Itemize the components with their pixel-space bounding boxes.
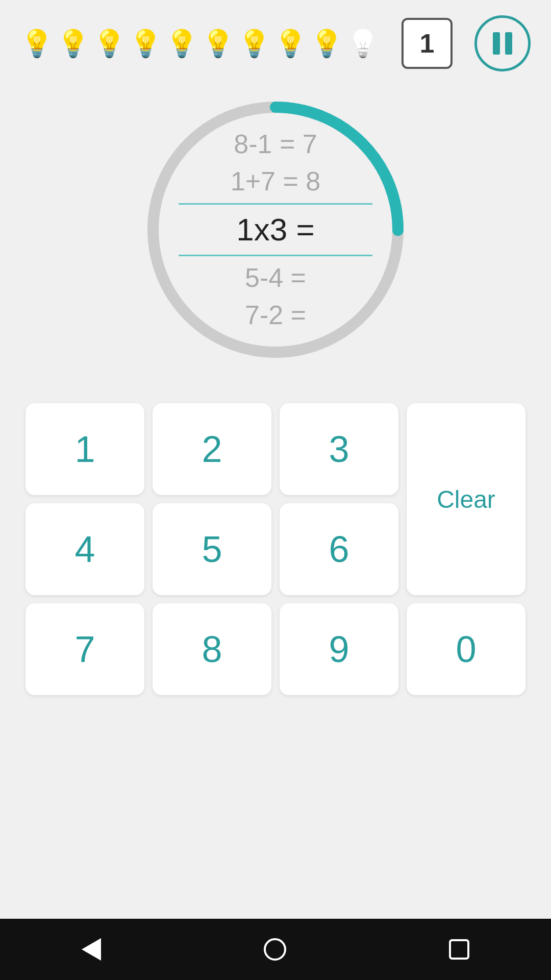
num-button-8[interactable]: 8 [153, 603, 271, 695]
lightbulb-4: 💡 [129, 30, 162, 57]
numpad: 1 2 3 Clear 4 5 6 7 8 9 0 [20, 403, 531, 695]
lightbulb-3: 💡 [93, 30, 126, 57]
num-button-7[interactable]: 7 [26, 603, 144, 695]
num-button-3[interactable]: 3 [280, 403, 398, 495]
lightbulb-10: 💡 [346, 30, 380, 57]
pause-bar-left [493, 32, 500, 55]
equation-active: 1x3 = [236, 208, 314, 252]
pause-button[interactable] [474, 15, 531, 71]
equation-past-1: 8-1 = 7 [234, 126, 317, 163]
recents-button[interactable] [449, 939, 469, 960]
top-bar: 💡 💡 💡 💡 💡 💡 💡 💡 💡 💡 1 [20, 15, 531, 71]
lightbulb-6: 💡 [202, 30, 235, 57]
clear-label: Clear [437, 485, 495, 513]
lightbulb-8: 💡 [274, 30, 307, 57]
lightbulb-1: 💡 [20, 30, 54, 57]
equations-display: 8-1 = 7 1+7 = 8 1x3 = 5-4 = 7-2 = [133, 87, 418, 373]
nav-bar [0, 919, 551, 980]
num-button-6[interactable]: 6 [280, 503, 398, 595]
num-button-9[interactable]: 9 [280, 603, 398, 695]
back-arrow-icon [82, 938, 101, 961]
num-button-2[interactable]: 2 [153, 403, 271, 495]
equation-past-2: 1+7 = 8 [231, 163, 320, 200]
equation-next-1: 5-4 = [245, 259, 306, 297]
pause-bar-right [505, 32, 512, 55]
home-circle-icon [264, 938, 286, 961]
circle-timer: 8-1 = 7 1+7 = 8 1x3 = 5-4 = 7-2 = [133, 87, 418, 373]
score-value: 1 [420, 28, 435, 59]
clear-button[interactable]: Clear [407, 403, 525, 595]
back-button[interactable] [82, 938, 101, 961]
lightbulb-9: 💡 [310, 30, 343, 57]
num-button-5[interactable]: 5 [153, 503, 271, 595]
num-button-4[interactable]: 4 [26, 503, 144, 595]
pause-icon [493, 32, 512, 55]
num-button-1[interactable]: 1 [26, 403, 144, 495]
main-content: 💡 💡 💡 💡 💡 💡 💡 💡 💡 💡 1 8-1 = [0, 0, 551, 919]
num-button-0[interactable]: 0 [407, 603, 525, 695]
lightbulb-5: 💡 [165, 30, 198, 57]
equation-divider-bottom [179, 255, 372, 256]
lightbulb-2: 💡 [57, 30, 90, 57]
lightbulb-7: 💡 [238, 30, 271, 57]
equation-next-2: 7-2 = [245, 297, 306, 334]
home-button[interactable] [264, 938, 286, 961]
recents-square-icon [449, 939, 469, 960]
lightbulbs: 💡 💡 💡 💡 💡 💡 💡 💡 💡 💡 [20, 30, 380, 57]
equation-divider-top [179, 203, 372, 205]
score-badge: 1 [402, 18, 453, 69]
